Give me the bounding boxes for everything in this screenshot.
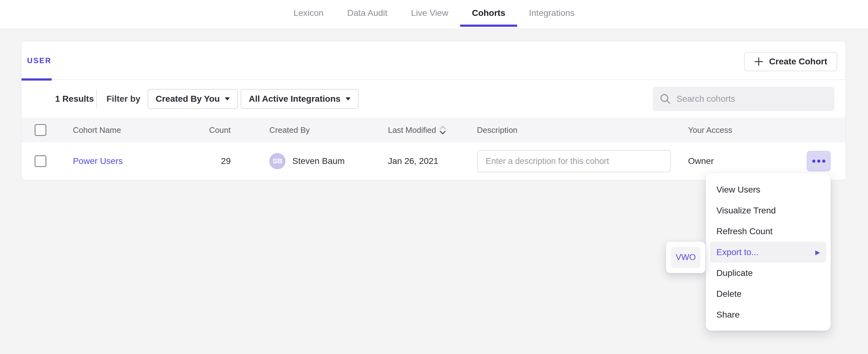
menu-item-export-to-label: Export to... — [716, 247, 758, 257]
submenu-arrow-icon: ▶ — [815, 249, 820, 256]
top-navigation: Lexicon Data Audit Live View Cohorts Int… — [0, 0, 868, 29]
submenu-item-vwo[interactable]: VWO — [671, 247, 701, 268]
tab-user[interactable]: USER — [27, 56, 52, 65]
tab-data-audit[interactable]: Data Audit — [335, 0, 399, 26]
access-value: Owner — [688, 156, 714, 166]
menu-item-share[interactable]: Share — [710, 304, 826, 325]
created-by-filter-dropdown[interactable]: Created By You — [148, 89, 238, 109]
tab-cohorts-label: Cohorts — [472, 8, 505, 18]
tab-integrations[interactable]: Integrations — [517, 0, 586, 26]
create-cohort-button[interactable]: Create Cohort — [744, 52, 837, 71]
menu-item-duplicate[interactable]: Duplicate — [710, 262, 826, 283]
filter-row: 1 Results Filter by Created By You All A… — [22, 80, 845, 118]
plus-icon — [754, 57, 764, 66]
cohort-count: 29 — [183, 156, 231, 166]
menu-item-view-users[interactable]: View Users — [710, 179, 826, 200]
row-actions-menu: View Users Visualize Trend Refresh Count… — [706, 173, 831, 331]
cohort-name-link[interactable]: Power Users — [73, 156, 123, 166]
create-cohort-label: Create Cohort — [769, 57, 827, 67]
card-tab-bar: USER Create Cohort — [22, 41, 845, 80]
select-all-checkbox[interactable] — [35, 124, 46, 136]
tab-lexicon[interactable]: Lexicon — [282, 0, 336, 26]
created-by-filter-value: Created By You — [156, 94, 220, 104]
integrations-filter-value: All Active Integrations — [249, 94, 341, 104]
search-cohorts-box[interactable] — [653, 87, 834, 111]
header-last-modified-sort[interactable]: Last Modified — [388, 125, 446, 135]
integrations-filter-dropdown[interactable]: All Active Integrations — [241, 89, 359, 109]
export-submenu: VWO — [666, 242, 706, 273]
menu-item-refresh-count[interactable]: Refresh Count — [710, 221, 826, 242]
active-tab-underline — [460, 25, 517, 27]
filter-by-label: Filter by — [106, 94, 141, 104]
description-input[interactable] — [477, 150, 671, 172]
avatar: SB — [269, 153, 285, 169]
header-count: Count — [183, 125, 231, 135]
sort-icon — [439, 125, 446, 135]
table-header-row: Cohort Name Count Created By Last Modifi… — [22, 118, 845, 142]
menu-item-visualize-trend[interactable]: Visualize Trend — [710, 200, 826, 221]
tab-cohorts[interactable]: Cohorts — [460, 0, 517, 26]
last-modified-date: Jan 26, 2021 — [388, 156, 438, 166]
cohorts-page: Lexicon Data Audit Live View Cohorts Int… — [0, 0, 868, 354]
chevron-down-icon — [225, 97, 230, 100]
more-icon — [822, 160, 825, 163]
more-icon — [817, 160, 820, 163]
header-cohort-name: Cohort Name — [73, 125, 121, 135]
chevron-down-icon — [346, 97, 350, 100]
row-more-actions-button[interactable] — [807, 151, 831, 171]
header-your-access: Your Access — [688, 125, 732, 135]
created-by-name: Steven Baum — [292, 156, 345, 166]
search-cohorts-input[interactable] — [677, 94, 828, 104]
divider — [96, 89, 97, 108]
row-checkbox[interactable] — [35, 155, 46, 167]
more-icon — [812, 160, 815, 163]
header-last-modified-label: Last Modified — [388, 125, 436, 135]
menu-item-export-to[interactable]: Export to... ▶ — [710, 242, 826, 262]
menu-item-delete[interactable]: Delete — [710, 283, 826, 304]
results-count: 1 Results — [55, 94, 94, 104]
cohorts-card: USER Create Cohort 1 Results Filter by C… — [21, 41, 846, 180]
header-created-by: Created By — [269, 125, 310, 135]
search-icon — [660, 93, 671, 104]
header-description: Description — [477, 125, 518, 135]
tab-live-view[interactable]: Live View — [399, 0, 460, 26]
